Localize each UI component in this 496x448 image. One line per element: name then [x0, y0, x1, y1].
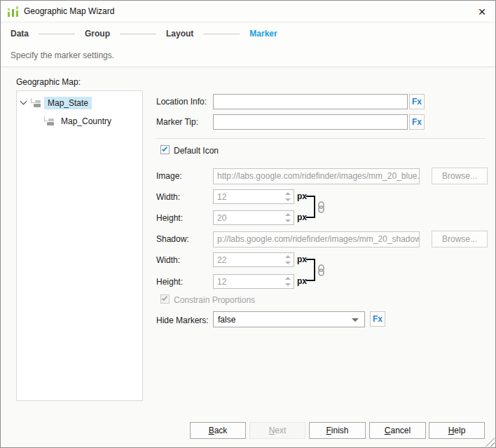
- dropdown-arrow-icon: [352, 318, 359, 322]
- stepper-arrows-icon[interactable]: [283, 191, 292, 203]
- default-icon-checkbox[interactable]: [160, 145, 170, 154]
- wizard-subtitle: Specify the marker settings.: [1, 44, 495, 67]
- stepper-arrows-icon[interactable]: [283, 254, 292, 266]
- marker-tip-input[interactable]: [213, 114, 408, 130]
- stepper-arrows-icon[interactable]: [283, 212, 292, 224]
- tree-item-label[interactable]: Map_State: [44, 97, 92, 109]
- step-connector: [203, 34, 240, 34]
- default-icon-label: Default Icon: [174, 146, 219, 156]
- step-group[interactable]: Group: [85, 29, 110, 39]
- constrain-proportions-checkbox: [160, 294, 170, 304]
- step-connector: [39, 34, 75, 34]
- link-bracket: [306, 196, 315, 218]
- link-bracket: [306, 259, 315, 281]
- chain-link-icon: [317, 264, 325, 276]
- image-browse-button[interactable]: Browse...: [432, 168, 488, 184]
- image-height-stepper[interactable]: 20: [213, 210, 294, 225]
- image-url-field: http://labs.google.com/ridefinder/images…: [213, 168, 420, 184]
- chain-link-icon: [317, 201, 325, 213]
- hide-markers-value: false: [218, 315, 235, 325]
- window-title: Geographic Map Wizard: [24, 6, 114, 16]
- resize-grip[interactable]: [485, 437, 495, 447]
- tree-item-map-state[interactable]: Map_State: [21, 95, 92, 110]
- section-divider: [156, 138, 485, 139]
- tree-panel-label: Geographic Map:: [16, 77, 81, 87]
- hide-markers-fx-button[interactable]: Fx: [370, 311, 385, 327]
- step-data[interactable]: Data: [11, 29, 29, 39]
- cancel-button[interactable]: Cancel: [369, 422, 426, 439]
- map-node-icon: [30, 97, 42, 108]
- step-connector: [120, 34, 156, 34]
- geographic-map-wizard-dialog: Geographic Map Wizard × Data Group Layou…: [0, 0, 496, 448]
- shadow-url-field: p://labs.google.com/ridefinder/images/mm…: [213, 231, 420, 247]
- image-label: Image:: [156, 171, 182, 181]
- chart-app-icon: [7, 6, 19, 18]
- shadow-width-value: 22: [217, 255, 226, 265]
- title-bar: Geographic Map Wizard ×: [1, 1, 495, 22]
- shadow-height-label: Height:: [156, 277, 183, 287]
- wizard-steps: Data Group Layout Marker: [1, 23, 495, 44]
- back-button[interactable]: Back: [190, 422, 246, 439]
- constrain-proportions-label: Constrain Proportions: [174, 295, 255, 305]
- geographic-map-tree: Map_State Map_Country: [16, 90, 143, 401]
- shadow-height-unit: px: [297, 276, 307, 286]
- next-button: Next: [249, 422, 305, 439]
- stepper-arrows-icon[interactable]: [283, 276, 292, 287]
- image-width-stepper[interactable]: 12: [213, 189, 294, 204]
- image-width-value: 12: [217, 192, 226, 202]
- shadow-label: Shadow:: [156, 234, 189, 244]
- tree-item-label[interactable]: Map_Country: [57, 115, 115, 128]
- map-node-icon: [43, 116, 55, 126]
- location-info-fx-button[interactable]: Fx: [409, 94, 425, 109]
- chevron-down-icon[interactable]: [20, 98, 27, 105]
- marker-tip-fx-button[interactable]: Fx: [409, 114, 425, 130]
- close-icon[interactable]: ×: [473, 3, 491, 21]
- image-height-label: Height:: [156, 213, 183, 223]
- image-width-label: Width:: [156, 192, 180, 202]
- help-button[interactable]: Help: [429, 422, 485, 439]
- shadow-width-unit: px: [297, 254, 307, 264]
- marker-tip-label: Marker Tip:: [156, 117, 198, 127]
- shadow-browse-button[interactable]: Browse...: [432, 231, 488, 247]
- hide-markers-dropdown[interactable]: false: [213, 311, 365, 327]
- image-width-unit: px: [297, 191, 307, 201]
- step-layout[interactable]: Layout: [166, 29, 193, 39]
- hide-markers-label: Hide Markers:: [156, 315, 209, 325]
- image-height-value: 20: [217, 213, 226, 223]
- image-height-unit: px: [297, 212, 307, 222]
- shadow-height-stepper[interactable]: 12: [213, 274, 294, 289]
- location-info-label: Location Info:: [156, 97, 207, 107]
- finish-button[interactable]: Finish: [309, 422, 366, 439]
- shadow-height-value: 12: [217, 277, 226, 287]
- shadow-width-label: Width:: [156, 255, 180, 265]
- location-info-input[interactable]: [213, 94, 408, 109]
- shadow-width-stepper[interactable]: 22: [213, 252, 294, 267]
- tree-item-map-country[interactable]: Map_Country: [43, 114, 115, 128]
- step-marker[interactable]: Marker: [249, 29, 277, 39]
